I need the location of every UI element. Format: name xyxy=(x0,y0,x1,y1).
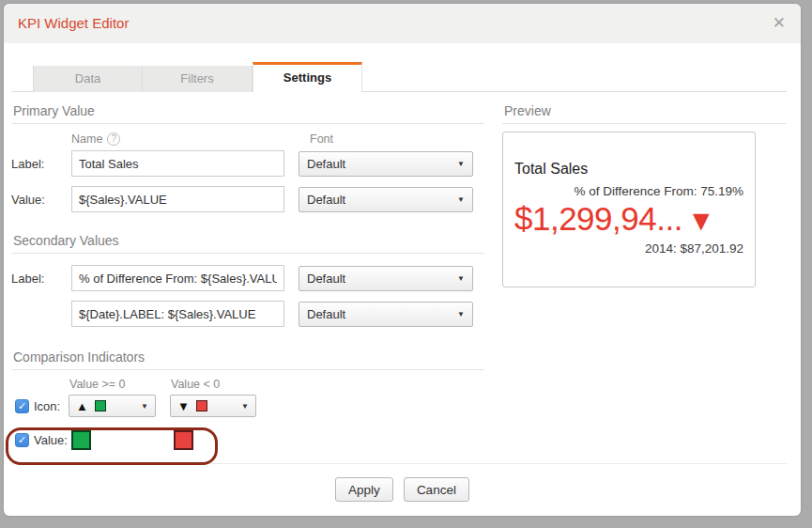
value-indicator-row: ✓ Value: xyxy=(11,430,484,450)
primary-value-font-select[interactable]: Default ▼ xyxy=(299,187,473,212)
secondary-values-section-title: Secondary Values xyxy=(11,233,484,254)
kpi-primary-value-line: $1,299,94...▼ xyxy=(514,200,743,238)
primary-value-input[interactable] xyxy=(71,186,284,212)
chevron-down-icon: ▼ xyxy=(141,402,148,411)
primary-value-caption: Value: xyxy=(11,193,71,207)
negative-value-color-swatch[interactable] xyxy=(174,430,193,450)
help-icon[interactable]: ? xyxy=(107,132,120,146)
primary-label-input[interactable] xyxy=(71,150,284,177)
comparison-indicators-section-title: Comparison Indicators xyxy=(11,349,484,370)
positive-color-icon xyxy=(95,400,106,412)
chevron-down-icon: ▼ xyxy=(457,310,465,318)
kpi-secondary-bottom: 2014: $87,201.92 xyxy=(514,241,743,256)
up-triangle-icon: ▲ xyxy=(76,399,88,413)
chevron-down-icon: ▼ xyxy=(241,402,249,411)
icon-row-caption: Icon: xyxy=(34,399,69,413)
primary-column-headers: Name ? Font xyxy=(11,132,484,147)
icon-indicator-row: ✓ Icon: ▲ ▼ ▼ ▼ xyxy=(11,395,484,417)
font-column-header: Font xyxy=(310,132,484,146)
apply-button[interactable]: Apply xyxy=(335,477,393,502)
positive-icon-select[interactable]: ▲ ▼ xyxy=(69,395,156,417)
primary-label-caption: Label: xyxy=(11,157,71,171)
dialog-header: KPI Widget Editor ✕ xyxy=(4,4,801,43)
chevron-down-icon: ▼ xyxy=(457,274,465,283)
primary-value-section-title: Primary Value xyxy=(11,103,484,124)
icon-checkbox[interactable]: ✓ xyxy=(15,399,29,413)
close-icon[interactable]: ✕ xyxy=(773,4,786,43)
tab-filters[interactable]: Filters xyxy=(143,66,253,92)
negative-column-header: Value < 0 xyxy=(171,378,220,393)
secondary-label-row-2: Default ▼ xyxy=(11,301,484,327)
kpi-preview-card: Total Sales % of Difference From: 75.19%… xyxy=(502,132,756,287)
tab-bar: Data Filters Settings xyxy=(33,62,362,92)
kpi-widget-editor-dialog: KPI Widget Editor ✕ Data Filters Setting… xyxy=(4,4,801,516)
down-triangle-icon: ▼ xyxy=(177,399,190,413)
primary-value-row: Value: Default ▼ xyxy=(11,186,484,212)
down-triangle-icon: ▼ xyxy=(687,205,715,236)
primary-label-row: Label: Default ▼ xyxy=(11,150,484,177)
kpi-label: Total Sales xyxy=(514,161,743,178)
value-row-caption: Value: xyxy=(34,433,69,447)
primary-label-font-select[interactable]: Default ▼ xyxy=(299,151,473,177)
value-checkbox[interactable]: ✓ xyxy=(15,433,29,447)
positive-value-color-swatch[interactable] xyxy=(71,430,91,450)
secondary-font-select-2[interactable]: Default ▼ xyxy=(299,302,473,327)
kpi-primary-value: $1,299,94... xyxy=(514,200,682,237)
secondary-font-select-1[interactable]: Default ▼ xyxy=(299,266,473,291)
preview-panel: Preview Total Sales % of Difference From… xyxy=(502,94,787,287)
preview-section-title: Preview xyxy=(502,103,787,124)
settings-form: Primary Value Name ? Font Label: Default… xyxy=(11,94,484,450)
footer-buttons: Apply Cancel xyxy=(4,477,801,502)
secondary-label-row-1: Label: Default ▼ xyxy=(11,265,484,291)
tab-settings[interactable]: Settings xyxy=(253,62,362,92)
secondary-label-input-2[interactable] xyxy=(71,301,284,327)
dialog-title: KPI Widget Editor xyxy=(18,4,129,43)
positive-column-header: Value >= 0 xyxy=(69,378,171,393)
kpi-secondary-top: % of Difference From: 75.19% xyxy=(514,184,743,198)
name-column-header: Name ? xyxy=(71,132,120,146)
negative-icon-select[interactable]: ▼ ▼ xyxy=(170,395,256,417)
chevron-down-icon: ▼ xyxy=(457,160,465,168)
footer-separator xyxy=(11,463,787,464)
comparison-column-headers: Value >= 0 Value < 0 xyxy=(11,378,484,393)
negative-color-icon xyxy=(196,400,207,412)
secondary-label-caption: Label: xyxy=(11,272,71,286)
tab-data[interactable]: Data xyxy=(33,66,143,92)
chevron-down-icon: ▼ xyxy=(457,195,465,204)
secondary-label-input-1[interactable] xyxy=(71,265,284,291)
cancel-button[interactable]: Cancel xyxy=(404,477,469,502)
